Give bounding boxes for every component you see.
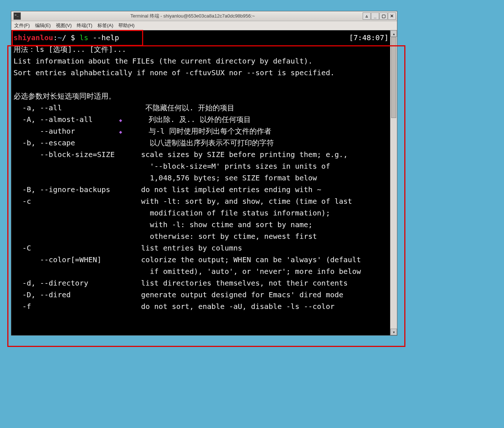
output-line: 列出除. 及.. 以外的任何项目: [122, 115, 251, 124]
output-line: -B, --ignore-backups do not list implied…: [14, 185, 321, 194]
menu-file[interactable]: 文件(F): [14, 22, 30, 29]
window-controls: ▵ _ ▢ ✕: [362, 12, 396, 20]
output-line: 必选参数对长短选项同时适用。: [14, 92, 116, 100]
maximize-button[interactable]: ▢: [379, 12, 387, 20]
output-line: -a, --all: [14, 103, 119, 112]
scroll-down-icon[interactable]: ▾: [390, 329, 397, 335]
output-line: --block-size=SIZE scale sizes by SIZE be…: [14, 150, 348, 159]
output-line: -f do not sort, enable -aU, disable -ls …: [14, 302, 335, 311]
prompt-args: --help: [88, 33, 119, 42]
menu-tabs[interactable]: 标签(A): [98, 22, 113, 29]
output-line: --author: [14, 127, 119, 135]
output-line: 用法：ls [选项]... [文件]...: [14, 45, 126, 54]
output-line: modification of file status information)…: [14, 209, 330, 217]
output-line: -c with -lt: sort by, and show, ctime (t…: [14, 197, 352, 206]
output-line: -C list entries by columns: [14, 244, 242, 252]
minimize-button[interactable]: _: [371, 12, 379, 20]
output-line: -d, --directory list directories themsel…: [14, 279, 348, 287]
output-line: if omitted), 'auto', or 'never'; more in…: [14, 267, 361, 276]
scroll-up-icon[interactable]: ▴: [390, 30, 397, 37]
output-line: List information about the FILEs (the cu…: [14, 57, 313, 65]
scrollbar[interactable]: ▴ ▾: [390, 30, 397, 335]
window-title: Terminal 终端 - shiyanlou@653e03ca8a12c7a0…: [23, 13, 362, 19]
close-button[interactable]: ✕: [388, 12, 396, 20]
output-line: 不隐藏任何以. 开始的项目: [119, 103, 234, 112]
menu-edit[interactable]: 编辑(E): [35, 22, 51, 29]
terminal-window: Terminal 终端 - shiyanlou@653e03ca8a12c7a0…: [11, 11, 397, 336]
prompt-slash: /: [62, 33, 70, 42]
terminal-app-icon: [14, 12, 21, 20]
prompt-sep: :: [53, 33, 57, 42]
output-line: otherwise: sort by ctime, newest first: [14, 232, 317, 241]
menu-help[interactable]: 帮助(H): [118, 22, 134, 29]
output-line: -A, --almost-all: [14, 115, 119, 124]
titlebar[interactable]: Terminal 终端 - shiyanlou@653e03ca8a12c7a0…: [11, 11, 397, 21]
output-line: --color[=WHEN] colorize the output; WHEN…: [14, 255, 361, 264]
menubar: 文件(F) 编辑(E) 视图(V) 终端(T) 标签(A) 帮助(H): [11, 21, 397, 30]
output-line: -b, --escape 以八进制溢出序列表示不可打印的字符: [14, 138, 274, 147]
output-line: '--block-size=M' prints sizes in units o…: [14, 162, 330, 171]
prompt-tilde: ~: [57, 33, 62, 42]
menu-view[interactable]: 视图(V): [56, 22, 72, 29]
output-line: Sort entries alphabetically if none of -…: [14, 68, 335, 77]
prompt-command: ls: [80, 33, 88, 42]
menu-terminal[interactable]: 终端(T): [77, 22, 92, 29]
prompt-clock: [7:48:07]: [349, 32, 389, 43]
prompt-user: shiyanlou: [14, 33, 53, 42]
terminal-content[interactable]: shiyanlou:~/ $ ls --help[7:48:07]用法：ls […: [11, 30, 390, 335]
output-line: 与-l 同时使用时列出每个文件的作者: [122, 127, 271, 135]
terminal-area: shiyanlou:~/ $ ls --help[7:48:07]用法：ls […: [11, 30, 397, 335]
output-line: with -l: show ctime and sort by name;: [14, 220, 313, 229]
output-line: -D, --dired generate output designed for…: [14, 290, 343, 299]
output-line: 1,048,576 bytes; see SIZE format below: [14, 173, 317, 182]
scroll-thumb[interactable]: [391, 37, 396, 118]
shade-button[interactable]: ▵: [363, 12, 371, 20]
prompt-dollar: $: [71, 33, 80, 42]
